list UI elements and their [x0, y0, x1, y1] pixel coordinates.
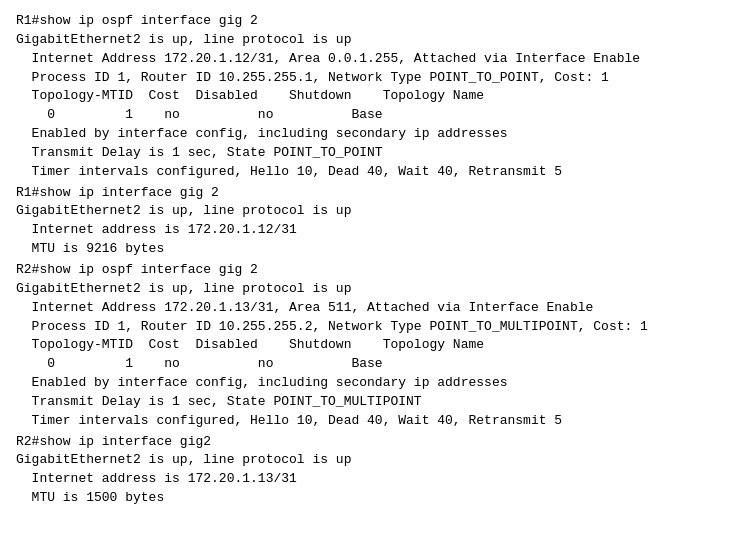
terminal-line: Internet Address 172.20.1.12/31, Area 0.… [16, 50, 736, 69]
terminal-line: R2#show ip interface gig2 [16, 433, 736, 452]
terminal-line: Internet address is 172.20.1.12/31 [16, 221, 736, 240]
terminal-line: 0 1 no no Base [16, 106, 736, 125]
terminal-line: Transmit Delay is 1 sec, State POINT_TO_… [16, 144, 736, 163]
terminal-line: Timer intervals configured, Hello 10, De… [16, 163, 736, 182]
terminal-line: Transmit Delay is 1 sec, State POINT_TO_… [16, 393, 736, 412]
terminal-line: GigabitEthernet2 is up, line protocol is… [16, 202, 736, 221]
terminal-line: R2#show ip ospf interface gig 2 [16, 261, 736, 280]
terminal-container: R1#show ip ospf interface gig 2GigabitEt… [0, 0, 752, 550]
terminal-line: Internet Address 172.20.1.13/31, Area 51… [16, 299, 736, 318]
terminal-line: Topology-MTID Cost Disabled Shutdown Top… [16, 87, 736, 106]
terminal-line: Topology-MTID Cost Disabled Shutdown Top… [16, 336, 736, 355]
terminal-line: GigabitEthernet2 is up, line protocol is… [16, 280, 736, 299]
terminal-block-block3: R2#show ip ospf interface gig 2GigabitEt… [16, 261, 736, 431]
terminal-line: R1#show ip interface gig 2 [16, 184, 736, 203]
terminal-line: GigabitEthernet2 is up, line protocol is… [16, 451, 736, 470]
terminal-line: MTU is 9216 bytes [16, 240, 736, 259]
terminal-line: MTU is 1500 bytes [16, 489, 736, 508]
terminal-line: Enabled by interface config, including s… [16, 374, 736, 393]
terminal-block-block2: R1#show ip interface gig 2GigabitEtherne… [16, 184, 736, 259]
terminal-line: Internet address is 172.20.1.13/31 [16, 470, 736, 489]
terminal-line: Enabled by interface config, including s… [16, 125, 736, 144]
terminal-block-block4: R2#show ip interface gig2GigabitEthernet… [16, 433, 736, 508]
terminal-block-block1: R1#show ip ospf interface gig 2GigabitEt… [16, 12, 736, 182]
terminal-line: Process ID 1, Router ID 10.255.255.2, Ne… [16, 318, 736, 337]
terminal-line: 0 1 no no Base [16, 355, 736, 374]
terminal-line: Timer intervals configured, Hello 10, De… [16, 412, 736, 431]
terminal-line: R1#show ip ospf interface gig 2 [16, 12, 736, 31]
terminal-content: R1#show ip ospf interface gig 2GigabitEt… [16, 12, 736, 508]
terminal-line: GigabitEthernet2 is up, line protocol is… [16, 31, 736, 50]
terminal-line: Process ID 1, Router ID 10.255.255.1, Ne… [16, 69, 736, 88]
